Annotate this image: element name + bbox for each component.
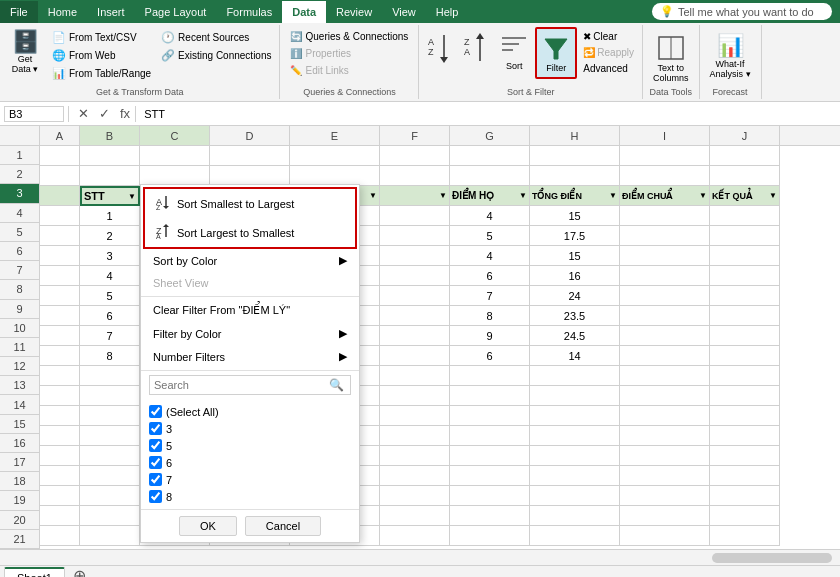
confirm-formula-icon[interactable]: ✓	[94, 106, 115, 121]
cell-F1[interactable]	[380, 146, 450, 166]
cell-G9[interactable]: 8	[450, 306, 530, 326]
row-header-11[interactable]: 11	[0, 338, 39, 357]
col-header-B[interactable]: B	[80, 126, 140, 145]
row-header-10[interactable]: 10	[0, 319, 39, 338]
checkbox-6[interactable]	[149, 456, 162, 469]
insert-function-icon[interactable]: fx	[115, 106, 135, 121]
sort-smallest-largest-item[interactable]: AZ Sort Smallest to Largest	[145, 189, 355, 218]
filter-dropdown-icon-g[interactable]: ▼	[519, 191, 527, 200]
cell-I3[interactable]: ĐIỂM CHUẨ ▼	[620, 186, 710, 206]
check-item-6[interactable]: 6	[149, 454, 351, 471]
filter-dropdown-icon[interactable]: ▼	[128, 192, 136, 201]
cell-B10[interactable]: 7	[80, 326, 140, 346]
tab-formulas[interactable]: Formulas	[216, 1, 282, 23]
cell-H8[interactable]: 24	[530, 286, 620, 306]
checkbox-5[interactable]	[149, 439, 162, 452]
check-item-8[interactable]: 8	[149, 488, 351, 505]
what-if-button[interactable]: 📊 What-IfAnalysis ▾	[706, 29, 755, 83]
from-text-csv-button[interactable]: 📄 From Text/CSV	[48, 29, 155, 46]
cell-G8[interactable]: 7	[450, 286, 530, 306]
cell-D1[interactable]	[210, 146, 290, 166]
checkbox-8[interactable]	[149, 490, 162, 503]
check-item-select-all[interactable]: (Select All)	[149, 403, 351, 420]
row-header-3[interactable]: 3	[0, 184, 39, 203]
sheet-tab-sheet1[interactable]: Sheet1	[4, 567, 65, 577]
filter-dropdown-icon-f[interactable]: ▼	[439, 191, 447, 200]
row-header-4[interactable]: 4	[0, 204, 39, 223]
cell-J1[interactable]	[710, 146, 780, 166]
col-header-F[interactable]: F	[380, 126, 450, 145]
search-bar[interactable]: 💡 Tell me what you want to do	[652, 3, 832, 20]
col-header-E[interactable]: E	[290, 126, 380, 145]
cell-G2[interactable]	[450, 166, 530, 186]
get-data-button[interactable]: 🗄️ Get Data ▾	[4, 27, 46, 78]
col-header-D[interactable]: D	[210, 126, 290, 145]
row-header-18[interactable]: 18	[0, 472, 39, 491]
add-sheet-button[interactable]: ⊕	[65, 564, 94, 577]
tab-page-layout[interactable]: Page Layout	[135, 1, 217, 23]
tab-data[interactable]: Data	[282, 1, 326, 23]
filter-by-color-item[interactable]: Filter by Color ▶	[141, 322, 359, 345]
row-header-9[interactable]: 9	[0, 300, 39, 319]
cell-B2[interactable]	[80, 166, 140, 186]
row-header-15[interactable]: 15	[0, 415, 39, 434]
cell-H1[interactable]	[530, 146, 620, 166]
queries-connections-button[interactable]: 🔄 Queries & Connections	[286, 29, 412, 44]
cell-H11[interactable]: 14	[530, 346, 620, 366]
clear-button[interactable]: ✖ Clear	[579, 29, 638, 44]
formula-input[interactable]	[140, 107, 836, 121]
col-header-A[interactable]: A	[40, 126, 80, 145]
filter-dropdown-icon-h[interactable]: ▼	[609, 191, 617, 200]
properties-button[interactable]: ℹ️ Properties	[286, 46, 412, 61]
cell-H9[interactable]: 23.5	[530, 306, 620, 326]
row-header-12[interactable]: 12	[0, 357, 39, 376]
filter-dropdown-icon-j[interactable]: ▼	[769, 191, 777, 200]
cell-G7[interactable]: 6	[450, 266, 530, 286]
ok-button[interactable]: OK	[179, 516, 237, 536]
tab-review[interactable]: Review	[326, 1, 382, 23]
row-header-20[interactable]: 20	[0, 511, 39, 530]
text-to-columns-button[interactable]: Text toColumns	[649, 29, 693, 87]
col-header-I[interactable]: I	[620, 126, 710, 145]
cell-H10[interactable]: 24.5	[530, 326, 620, 346]
cell-E1[interactable]	[290, 146, 380, 166]
sheet-view-item[interactable]: Sheet View	[141, 272, 359, 294]
row-header-2[interactable]: 2	[0, 165, 39, 184]
number-filters-item[interactable]: Number Filters ▶	[141, 345, 359, 368]
cancel-button[interactable]: Cancel	[245, 516, 321, 536]
tab-insert[interactable]: Insert	[87, 1, 135, 23]
cell-G4[interactable]: 4	[450, 206, 530, 226]
row-header-13[interactable]: 13	[0, 376, 39, 395]
cell-A3[interactable]	[40, 186, 80, 206]
cell-E2[interactable]	[290, 166, 380, 186]
row-header-8[interactable]: 8	[0, 280, 39, 299]
checkbox-7[interactable]	[149, 473, 162, 486]
clear-filter-item[interactable]: Clear Filter From "ĐIỂM LÝ"	[141, 299, 359, 322]
sort-largest-smallest-item[interactable]: ZA Sort Largest to Smallest	[145, 218, 355, 247]
cell-H7[interactable]: 16	[530, 266, 620, 286]
row-header-5[interactable]: 5	[0, 223, 39, 242]
cell-G1[interactable]	[450, 146, 530, 166]
cell-B9[interactable]: 6	[80, 306, 140, 326]
cell-G3[interactable]: ĐIỂM HỌ ▼	[450, 186, 530, 206]
cell-C1[interactable]	[140, 146, 210, 166]
h-scrollbar[interactable]	[712, 553, 832, 563]
row-header-17[interactable]: 17	[0, 453, 39, 472]
cell-F3[interactable]: ▼	[380, 186, 450, 206]
cell-I2[interactable]	[620, 166, 710, 186]
cell-B4[interactable]: 1	[80, 206, 140, 226]
row-header-6[interactable]: 6	[0, 242, 39, 261]
cell-F2[interactable]	[380, 166, 450, 186]
cell-H4[interactable]: 15	[530, 206, 620, 226]
filter-dropdown-icon-e[interactable]: ▼	[369, 191, 377, 200]
tab-help[interactable]: Help	[426, 1, 469, 23]
cell-H2[interactable]	[530, 166, 620, 186]
col-header-G[interactable]: G	[450, 126, 530, 145]
filter-search-input[interactable]	[150, 376, 323, 394]
cell-G5[interactable]: 5	[450, 226, 530, 246]
col-header-J[interactable]: J	[710, 126, 780, 145]
row-header-16[interactable]: 16	[0, 434, 39, 453]
sort-za-button[interactable]: Z A	[459, 27, 493, 77]
cell-J3[interactable]: KẾT QUẢ ▼	[710, 186, 780, 206]
check-item-5[interactable]: 5	[149, 437, 351, 454]
